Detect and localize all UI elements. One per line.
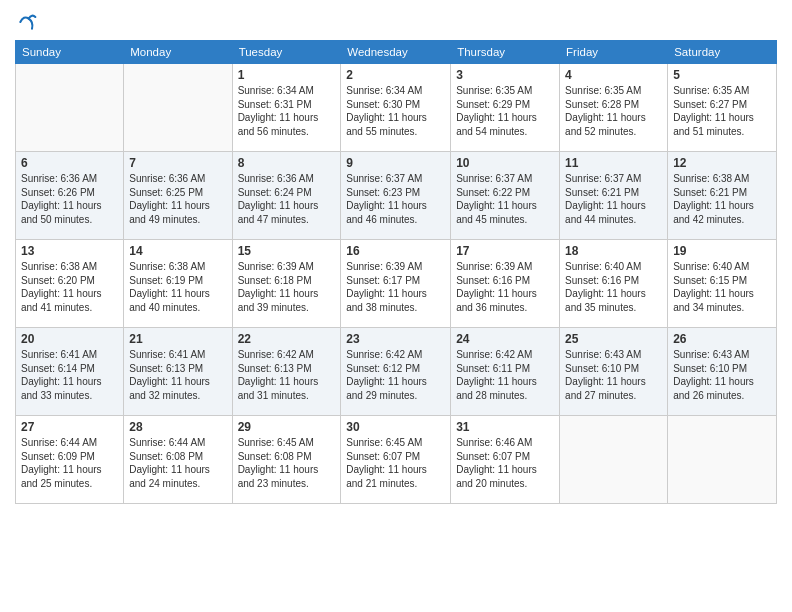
- weekday-header-row: SundayMondayTuesdayWednesdayThursdayFrid…: [16, 41, 777, 64]
- day-number: 26: [673, 332, 771, 346]
- calendar-table: SundayMondayTuesdayWednesdayThursdayFrid…: [15, 40, 777, 504]
- day-number: 16: [346, 244, 445, 258]
- day-number: 9: [346, 156, 445, 170]
- day-info: Sunrise: 6:45 AMSunset: 6:08 PMDaylight:…: [238, 436, 336, 490]
- day-info: Sunrise: 6:35 AMSunset: 6:28 PMDaylight:…: [565, 84, 662, 138]
- day-info: Sunrise: 6:42 AMSunset: 6:12 PMDaylight:…: [346, 348, 445, 402]
- calendar-cell: 18Sunrise: 6:40 AMSunset: 6:16 PMDayligh…: [560, 240, 668, 328]
- calendar-cell: 31Sunrise: 6:46 AMSunset: 6:07 PMDayligh…: [451, 416, 560, 504]
- weekday-header-thursday: Thursday: [451, 41, 560, 64]
- calendar-cell: 11Sunrise: 6:37 AMSunset: 6:21 PMDayligh…: [560, 152, 668, 240]
- calendar-cell: 5Sunrise: 6:35 AMSunset: 6:27 PMDaylight…: [668, 64, 777, 152]
- calendar-week-row: 20Sunrise: 6:41 AMSunset: 6:14 PMDayligh…: [16, 328, 777, 416]
- day-number: 17: [456, 244, 554, 258]
- day-number: 5: [673, 68, 771, 82]
- day-number: 28: [129, 420, 226, 434]
- calendar-cell: [668, 416, 777, 504]
- day-number: 2: [346, 68, 445, 82]
- calendar-week-row: 1Sunrise: 6:34 AMSunset: 6:31 PMDaylight…: [16, 64, 777, 152]
- weekday-header-monday: Monday: [124, 41, 232, 64]
- calendar-page: SundayMondayTuesdayWednesdayThursdayFrid…: [0, 0, 792, 612]
- calendar-cell: 7Sunrise: 6:36 AMSunset: 6:25 PMDaylight…: [124, 152, 232, 240]
- calendar-cell: 4Sunrise: 6:35 AMSunset: 6:28 PMDaylight…: [560, 64, 668, 152]
- calendar-cell: 1Sunrise: 6:34 AMSunset: 6:31 PMDaylight…: [232, 64, 341, 152]
- day-number: 7: [129, 156, 226, 170]
- weekday-header-wednesday: Wednesday: [341, 41, 451, 64]
- calendar-cell: 22Sunrise: 6:42 AMSunset: 6:13 PMDayligh…: [232, 328, 341, 416]
- day-info: Sunrise: 6:43 AMSunset: 6:10 PMDaylight:…: [673, 348, 771, 402]
- day-info: Sunrise: 6:37 AMSunset: 6:22 PMDaylight:…: [456, 172, 554, 226]
- calendar-cell: [560, 416, 668, 504]
- calendar-week-row: 27Sunrise: 6:44 AMSunset: 6:09 PMDayligh…: [16, 416, 777, 504]
- day-number: 22: [238, 332, 336, 346]
- calendar-cell: 17Sunrise: 6:39 AMSunset: 6:16 PMDayligh…: [451, 240, 560, 328]
- weekday-header-saturday: Saturday: [668, 41, 777, 64]
- calendar-cell: 2Sunrise: 6:34 AMSunset: 6:30 PMDaylight…: [341, 64, 451, 152]
- day-info: Sunrise: 6:44 AMSunset: 6:09 PMDaylight:…: [21, 436, 118, 490]
- day-number: 12: [673, 156, 771, 170]
- day-info: Sunrise: 6:38 AMSunset: 6:20 PMDaylight:…: [21, 260, 118, 314]
- calendar-cell: 30Sunrise: 6:45 AMSunset: 6:07 PMDayligh…: [341, 416, 451, 504]
- calendar-cell: 27Sunrise: 6:44 AMSunset: 6:09 PMDayligh…: [16, 416, 124, 504]
- weekday-header-tuesday: Tuesday: [232, 41, 341, 64]
- calendar-cell: 15Sunrise: 6:39 AMSunset: 6:18 PMDayligh…: [232, 240, 341, 328]
- day-info: Sunrise: 6:39 AMSunset: 6:16 PMDaylight:…: [456, 260, 554, 314]
- calendar-cell: 10Sunrise: 6:37 AMSunset: 6:22 PMDayligh…: [451, 152, 560, 240]
- day-info: Sunrise: 6:35 AMSunset: 6:29 PMDaylight:…: [456, 84, 554, 138]
- day-number: 11: [565, 156, 662, 170]
- day-info: Sunrise: 6:40 AMSunset: 6:16 PMDaylight:…: [565, 260, 662, 314]
- header: [15, 10, 777, 32]
- day-number: 4: [565, 68, 662, 82]
- logo-icon: [17, 12, 37, 32]
- weekday-header-sunday: Sunday: [16, 41, 124, 64]
- day-number: 27: [21, 420, 118, 434]
- day-number: 25: [565, 332, 662, 346]
- day-info: Sunrise: 6:36 AMSunset: 6:26 PMDaylight:…: [21, 172, 118, 226]
- day-info: Sunrise: 6:46 AMSunset: 6:07 PMDaylight:…: [456, 436, 554, 490]
- calendar-cell: 24Sunrise: 6:42 AMSunset: 6:11 PMDayligh…: [451, 328, 560, 416]
- calendar-week-row: 6Sunrise: 6:36 AMSunset: 6:26 PMDaylight…: [16, 152, 777, 240]
- day-number: 14: [129, 244, 226, 258]
- day-number: 18: [565, 244, 662, 258]
- calendar-cell: 13Sunrise: 6:38 AMSunset: 6:20 PMDayligh…: [16, 240, 124, 328]
- day-number: 31: [456, 420, 554, 434]
- calendar-cell: 21Sunrise: 6:41 AMSunset: 6:13 PMDayligh…: [124, 328, 232, 416]
- day-number: 15: [238, 244, 336, 258]
- day-number: 3: [456, 68, 554, 82]
- calendar-cell: [16, 64, 124, 152]
- day-number: 13: [21, 244, 118, 258]
- day-info: Sunrise: 6:43 AMSunset: 6:10 PMDaylight:…: [565, 348, 662, 402]
- calendar-cell: 14Sunrise: 6:38 AMSunset: 6:19 PMDayligh…: [124, 240, 232, 328]
- calendar-cell: 23Sunrise: 6:42 AMSunset: 6:12 PMDayligh…: [341, 328, 451, 416]
- calendar-cell: [124, 64, 232, 152]
- day-number: 24: [456, 332, 554, 346]
- calendar-cell: 28Sunrise: 6:44 AMSunset: 6:08 PMDayligh…: [124, 416, 232, 504]
- day-number: 23: [346, 332, 445, 346]
- day-info: Sunrise: 6:36 AMSunset: 6:25 PMDaylight:…: [129, 172, 226, 226]
- day-info: Sunrise: 6:39 AMSunset: 6:18 PMDaylight:…: [238, 260, 336, 314]
- day-info: Sunrise: 6:40 AMSunset: 6:15 PMDaylight:…: [673, 260, 771, 314]
- calendar-cell: 20Sunrise: 6:41 AMSunset: 6:14 PMDayligh…: [16, 328, 124, 416]
- calendar-cell: 19Sunrise: 6:40 AMSunset: 6:15 PMDayligh…: [668, 240, 777, 328]
- day-number: 6: [21, 156, 118, 170]
- day-info: Sunrise: 6:38 AMSunset: 6:21 PMDaylight:…: [673, 172, 771, 226]
- day-number: 21: [129, 332, 226, 346]
- day-info: Sunrise: 6:39 AMSunset: 6:17 PMDaylight:…: [346, 260, 445, 314]
- day-number: 30: [346, 420, 445, 434]
- day-info: Sunrise: 6:38 AMSunset: 6:19 PMDaylight:…: [129, 260, 226, 314]
- day-info: Sunrise: 6:34 AMSunset: 6:31 PMDaylight:…: [238, 84, 336, 138]
- day-info: Sunrise: 6:37 AMSunset: 6:21 PMDaylight:…: [565, 172, 662, 226]
- day-info: Sunrise: 6:42 AMSunset: 6:13 PMDaylight:…: [238, 348, 336, 402]
- calendar-cell: 16Sunrise: 6:39 AMSunset: 6:17 PMDayligh…: [341, 240, 451, 328]
- day-number: 10: [456, 156, 554, 170]
- calendar-cell: 6Sunrise: 6:36 AMSunset: 6:26 PMDaylight…: [16, 152, 124, 240]
- calendar-cell: 8Sunrise: 6:36 AMSunset: 6:24 PMDaylight…: [232, 152, 341, 240]
- day-info: Sunrise: 6:45 AMSunset: 6:07 PMDaylight:…: [346, 436, 445, 490]
- day-info: Sunrise: 6:44 AMSunset: 6:08 PMDaylight:…: [129, 436, 226, 490]
- day-info: Sunrise: 6:34 AMSunset: 6:30 PMDaylight:…: [346, 84, 445, 138]
- day-info: Sunrise: 6:36 AMSunset: 6:24 PMDaylight:…: [238, 172, 336, 226]
- day-info: Sunrise: 6:41 AMSunset: 6:13 PMDaylight:…: [129, 348, 226, 402]
- calendar-cell: 25Sunrise: 6:43 AMSunset: 6:10 PMDayligh…: [560, 328, 668, 416]
- calendar-cell: 29Sunrise: 6:45 AMSunset: 6:08 PMDayligh…: [232, 416, 341, 504]
- day-info: Sunrise: 6:37 AMSunset: 6:23 PMDaylight:…: [346, 172, 445, 226]
